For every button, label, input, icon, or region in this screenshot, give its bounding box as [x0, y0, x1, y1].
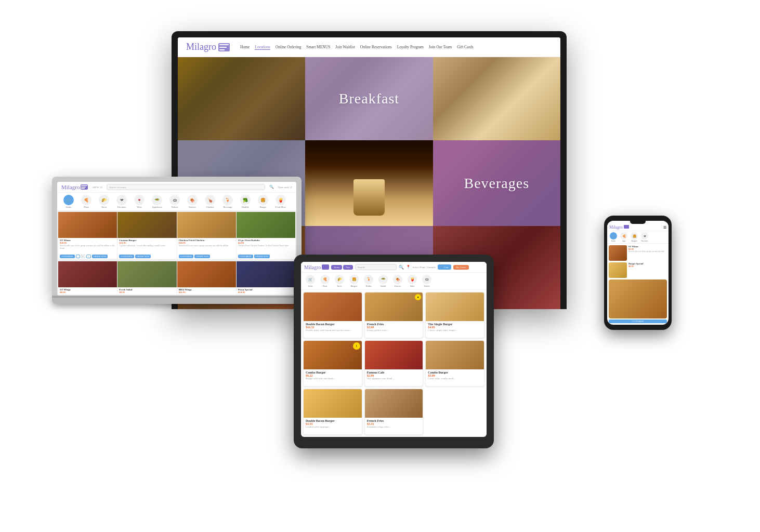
tablet-food-badge-1: ♥ — [415, 294, 421, 300]
tablet-btn-items[interactable]: Items — [331, 265, 342, 270]
qty-minus-0[interactable]: - — [76, 255, 80, 258]
cat-icon-chicken: 🍗 — [205, 195, 215, 205]
laptop-cat-entrees[interactable]: 🍖 Entrees — [185, 195, 200, 208]
cat-icon-items: 🛒 — [63, 195, 74, 205]
tablet-cat-drinks[interactable]: 🍹 Drinks — [362, 275, 375, 287]
tablet-cat-icon-entrees: 🍖 — [393, 275, 402, 284]
laptop-food-actions-2: CUSTOMIZE ORDER NOW — [177, 254, 236, 259]
laptop-food-img-1 — [117, 212, 176, 238]
tablet-cat-icon-drinks: 🍹 — [364, 275, 373, 284]
tablet-food-desc-6: Loaded with toppings... — [306, 425, 360, 433]
laptop-nav: Milagro 248 W 12 Search for name 🔍 Ope — [57, 182, 296, 193]
monitor-logo: Milagro — [186, 42, 230, 52]
tablet-cat-icon-salads: 🥗 — [378, 275, 388, 284]
tablet-cat-tacos[interactable]: 🌮 Tacos — [333, 275, 346, 287]
tablet-food-img-5 — [426, 341, 484, 369]
order-btn-2[interactable]: ORDER NOW — [194, 255, 210, 258]
laptop-food-img-4 — [58, 261, 117, 287]
qty-plus-0[interactable]: + — [86, 255, 91, 258]
laptop-cat-beverage[interactable]: 🍹 Beverage — [220, 195, 235, 208]
laptop-food-grid-row2: ST Wings $8.95 Fresh Salad $9.95 — [57, 260, 296, 296]
nav-link-joinwaitlist[interactable]: Join Waitlist — [335, 45, 355, 50]
menu-cell-coffee[interactable] — [305, 140, 433, 226]
laptop-bottom-base — [52, 298, 302, 304]
tablet-cat-tickets[interactable]: 🎟 Tickets — [421, 275, 433, 287]
laptop-search-bar[interactable]: Search for name — [107, 184, 265, 190]
tablet-order-btn[interactable]: My Order — [453, 265, 469, 270]
menu-cell-top-left[interactable] — [178, 57, 305, 140]
menu-cell-beverages[interactable]: Beverages — [433, 140, 560, 226]
phone-menu-icon[interactable]: ☰ — [663, 225, 666, 230]
customize-btn-1[interactable]: CUSTOMIZE — [119, 255, 134, 258]
phone-customize-btn[interactable]: CUSTOMIZE — [609, 320, 667, 323]
nav-link-giftcards[interactable]: Gift Cards — [457, 45, 473, 50]
tablet-bottom-bar — [301, 437, 487, 441]
laptop-cat-pizza[interactable]: 🍕 Pizza — [79, 195, 94, 208]
nav-link-jointeam[interactable]: Join Our Team — [429, 45, 452, 50]
laptop-logo-icon — [81, 184, 88, 190]
laptop-cat-healthy[interactable]: 🥦 Healthy — [238, 195, 253, 208]
laptop-food-img-3 — [237, 212, 295, 238]
laptop-cat-tacos[interactable]: 🌮 Tacos — [97, 195, 111, 208]
tablet-food-info-1: French Fries $3.99 Crispy golden fries..… — [365, 321, 423, 338]
laptop-food-info-1: Custom Burger $11.95 A perfect afternoon… — [117, 238, 176, 254]
svg-rect-7 — [81, 188, 85, 189]
laptop-cat-tickets[interactable]: 🎟 Tickets — [167, 195, 182, 208]
tablet-food-card-5: Combo Burger $5.99 Great value combo mea… — [425, 340, 484, 387]
phone-logo: Milagro — [609, 225, 629, 230]
tablet-food-desc-1: Crispy golden fries... — [367, 329, 421, 336]
laptop-cat-more[interactable]: 🍟 Food More — [273, 195, 288, 208]
laptop-frame: Milagro 248 W 12 Search for name 🔍 Ope — [52, 177, 302, 296]
tablet-cat-sides[interactable]: 🍟 Sides — [406, 275, 418, 287]
laptop-cat-items[interactable]: 🛒 Items — [61, 195, 76, 208]
laptop-cat-chicken[interactable]: 🍗 Chicken — [203, 195, 217, 208]
laptop-cat-burger[interactable]: 🍔 Burger — [256, 195, 270, 208]
food-photo-charcuterie — [178, 57, 305, 140]
laptop-cat-appetizers[interactable]: 🥗 Appetizers — [150, 195, 164, 208]
tablet-food-card-4: Famous Cafe $2.99 Our signature cafe dri… — [364, 340, 424, 387]
customize-btn-3[interactable]: CUSTOMIZE — [238, 255, 253, 258]
tablet-food-desc-4: Our signature cafe drink... — [367, 377, 421, 384]
tablet-food-card-1: ♥ French Fries $3.99 Crispy golden fries… — [364, 292, 424, 338]
nav-link-smartmenus[interactable]: Smart MENUS — [306, 45, 330, 50]
nav-link-locations[interactable]: Locations — [255, 45, 270, 50]
laptop-search-icon[interactable]: 🔍 — [269, 185, 274, 189]
tablet-food-info-0: Double Bacon Burger $16.33 Double patty … — [304, 321, 362, 338]
laptop-cat-favorites[interactable]: ❤ Favorites — [114, 195, 129, 208]
phone-cat-burgers[interactable]: 🍔 Burgers — [630, 232, 639, 242]
tablet-cat-salads[interactable]: 🥗 Salads — [377, 275, 389, 287]
tablet-search[interactable]: Search... — [355, 264, 397, 270]
tablet-search-icon[interactable]: 🔍 — [399, 265, 404, 270]
order-btn-0[interactable]: ORDER NOW — [92, 255, 108, 258]
nav-link-loyalty[interactable]: Loyalty Program — [397, 45, 424, 50]
laptop-food-info-7: Pizza Special $14.95 — [237, 287, 295, 295]
customize-btn-2[interactable]: CUSTOMIZE — [179, 255, 194, 258]
nav-link-ordering[interactable]: Online Ordering — [276, 45, 301, 50]
nav-link-reservations[interactable]: Online Reservations — [360, 45, 392, 50]
tablet-cart-btn[interactable]: 🛒 Cart — [438, 264, 451, 270]
phone-cat-app[interactable]: 🍕 App — [619, 232, 628, 242]
tablet-cat-burgers[interactable]: 🍔 Burgers — [348, 275, 360, 287]
menu-cell-breakfast[interactable]: Breakfast — [305, 57, 433, 140]
laptop-food-info-2: Chicken Fried Chicken $10.95 Served with… — [177, 238, 236, 254]
tablet-frame: Milagro Items Nav Search... 🔍 📍 Select P… — [294, 255, 494, 448]
breakfast-label: Breakfast — [339, 90, 399, 107]
phone-cat-items[interactable]: 🛒 Items — [609, 232, 618, 242]
customize-btn-0[interactable]: CUSTOMIZE — [60, 255, 75, 258]
order-btn-1[interactable]: ORDER NOW — [135, 255, 151, 258]
cat-icon-healthy: 🥦 — [240, 195, 251, 205]
laptop-cat-wine[interactable]: 🍷 Wine — [132, 195, 147, 208]
nav-link-home[interactable]: Home — [240, 45, 250, 50]
phone-cat-favorites[interactable]: ❤ Favorites — [640, 232, 649, 242]
svg-rect-2 — [219, 47, 227, 48]
menu-cell-top-right[interactable] — [433, 57, 560, 140]
tablet-cat-pizza[interactable]: 🍕 Pizza — [319, 275, 331, 287]
tablet-cat-icon-pizza: 🍕 — [320, 275, 330, 284]
laptop-food-card-1: Custom Burger $11.95 A perfect afternoon… — [117, 212, 176, 259]
tablet-cat-items[interactable]: 🛒 Items — [304, 275, 317, 287]
laptop-food-desc-2: Served with your choice group you may al… — [179, 244, 234, 252]
phone-food-desc-0: Served with your choice group you may al… — [628, 250, 667, 253]
tablet-cat-entrees[interactable]: 🍖 Entrees — [391, 275, 404, 287]
order-btn-3[interactable]: ORDER NOW — [254, 255, 270, 258]
tablet-btn-nav2[interactable]: Nav — [343, 265, 352, 270]
